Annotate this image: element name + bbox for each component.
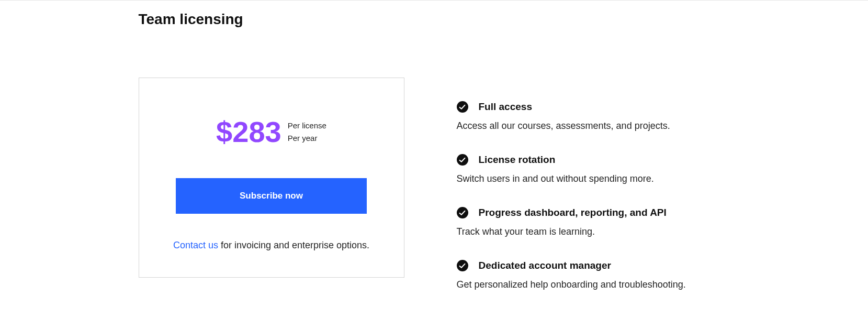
feature-title: Dedicated account manager: [479, 260, 611, 271]
feature-item: License rotation Switch users in and out…: [457, 154, 730, 186]
price-value: $283: [216, 117, 281, 147]
contact-text: for invoicing and enterprise options.: [218, 240, 369, 250]
feature-title: Full access: [479, 101, 532, 113]
page-title: Team licensing: [139, 11, 730, 28]
feature-item: Progress dashboard, reporting, and API T…: [457, 207, 730, 239]
price-row: $283 Per license Per year: [160, 117, 383, 147]
feature-title: License rotation: [479, 154, 556, 166]
subscribe-button[interactable]: Subscribe now: [176, 178, 367, 214]
per-year-label: Per year: [288, 132, 318, 145]
price-meta: Per license Per year: [288, 119, 326, 145]
feature-description: Get personalized help onboarding and tro…: [457, 278, 730, 292]
features-list: Full access Access all our courses, asse…: [457, 78, 730, 313]
check-circle-icon: [457, 154, 468, 166]
feature-description: Track what your team is learning.: [457, 225, 730, 239]
feature-description: Access all our courses, assessments, and…: [457, 119, 730, 133]
check-circle-icon: [457, 260, 468, 271]
check-circle-icon: [457, 101, 468, 113]
check-circle-icon: [457, 207, 468, 218]
feature-description: Switch users in and out without spending…: [457, 172, 730, 186]
feature-item: Dedicated account manager Get personaliz…: [457, 260, 730, 292]
feature-item: Full access Access all our courses, asse…: [457, 101, 730, 133]
per-license-label: Per license: [288, 119, 326, 132]
contact-row: Contact us for invoicing and enterprise …: [160, 240, 383, 251]
contact-us-link[interactable]: Contact us: [173, 240, 218, 250]
pricing-card: $283 Per license Per year Subscribe now …: [139, 78, 404, 278]
feature-title: Progress dashboard, reporting, and API: [479, 207, 667, 218]
